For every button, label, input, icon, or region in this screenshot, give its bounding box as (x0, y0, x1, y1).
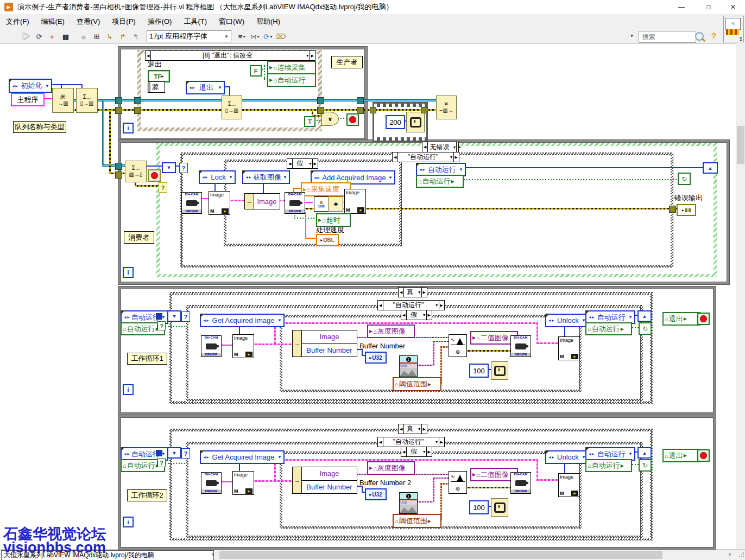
obtain-queue-node[interactable]: 米 →▥ (52, 88, 74, 113)
camera-driver-node[interactable]: DH-CAM DRIVER (201, 472, 222, 494)
property-node-continuous-acquire[interactable]: ▶⌂连续采集 (267, 61, 316, 74)
next-case-icon[interactable]: ▶ (426, 310, 432, 320)
vertical-scrollbar[interactable]: ∨ (736, 43, 745, 560)
case-selector-false[interactable]: ◀ 假 ▼ ▶ (401, 447, 432, 457)
enum-constant-init[interactable]: ◄► 初始化 ▼ (9, 79, 52, 93)
enum-constant-unlock[interactable]: ◄► Unlock ▼ (545, 450, 589, 464)
cast-image-node[interactable]: 1 Use (399, 492, 418, 514)
camera-driver-node[interactable]: DH-CAM DRIVER (181, 192, 202, 214)
loop-continue-terminal[interactable]: ↻ (639, 459, 652, 472)
case-selector-true[interactable]: ◀ 真 ▼ ▶ (398, 287, 427, 297)
scroll-right-arrow-icon[interactable]: › (729, 550, 731, 558)
shift-register-right[interactable]: ▲ (703, 162, 718, 174)
enqueue-node[interactable]: Σ... ▯→▥ (222, 96, 242, 119)
enum-constant-get-acquired-image[interactable]: ◄► Get Acquired Image ▼ (200, 450, 285, 464)
horizontal-scrollbar[interactable]: 大恒水星系列LabVIEW IMAQdx驱动.lvproj/我的电脑 ‹ › (0, 549, 745, 560)
image-element-box[interactable]: → Image (244, 193, 280, 209)
loop-continue-terminal[interactable]: ↻ (678, 173, 691, 185)
next-case-icon[interactable]: ▶ (439, 301, 444, 310)
previous-case-icon[interactable]: ◀ (399, 288, 404, 297)
shift-register-right[interactable]: ▲ (637, 447, 652, 459)
loop-condition-terminal[interactable] (697, 449, 710, 462)
error-out-indicator[interactable]: ▸ (677, 204, 696, 216)
next-case-icon[interactable]: ▶ (439, 437, 444, 447)
next-case-icon[interactable]: ▶ (312, 159, 318, 168)
previous-case-icon[interactable]: ◀ (287, 159, 293, 168)
free-label-queue-name-type[interactable]: 队列名称与类型 (13, 121, 66, 133)
wait-ms-node[interactable] (491, 361, 508, 380)
numeric-constant-200[interactable]: 200 (386, 115, 405, 129)
free-label-work-loop2[interactable]: 工作循环2 (127, 489, 167, 501)
iteration-terminal[interactable]: i (123, 123, 134, 133)
stop-status-node[interactable] (148, 169, 161, 182)
case-selector-terminal[interactable]: ? (181, 311, 190, 322)
dequeue-node[interactable]: Σ... ▥→▯ (125, 161, 147, 182)
loop-condition-terminal[interactable] (697, 313, 710, 325)
numeric-constant-100[interactable]: 100 (469, 364, 489, 378)
previous-case-icon[interactable]: ◀ (393, 152, 398, 162)
copy-image-node[interactable]: ◂▮▸ (328, 196, 343, 212)
true-constant[interactable]: T (304, 116, 315, 127)
property-node-acquire-speed[interactable]: ▶⌂采集速度 (301, 182, 351, 196)
unbundle-node[interactable]: → Image Buffer Number (292, 467, 357, 494)
enum-constant-unlock[interactable]: ◄► Unlock ▼ (545, 314, 589, 327)
previous-case-icon[interactable]: ◀ (399, 424, 404, 434)
image-manager-node[interactable]: Image M▶ (344, 189, 366, 214)
image-manager-node[interactable]: Image M▶ (232, 334, 254, 358)
image-manager-node[interactable]: Image M▶ (232, 471, 254, 495)
previous-case-icon[interactable]: ◀ (378, 437, 383, 447)
next-case-icon[interactable]: ▶ (421, 288, 427, 297)
boolean-terminal-tf[interactable]: TF▸ (148, 70, 170, 82)
property-node-threshold-range[interactable]: ⌂阈值范围▶ (393, 514, 441, 528)
threshold-node[interactable]: ∿ ⊛ (449, 471, 467, 494)
image-manager-node[interactable]: Image M▶ (558, 473, 580, 497)
case-selector-true[interactable]: ◀ 真 ▼ ▶ (398, 424, 427, 434)
free-label-consumer[interactable]: 消费者 (124, 231, 154, 244)
image-manager-node[interactable]: Image M▶ (209, 191, 230, 215)
property-node-auto-run[interactable]: ⌂自动运行▶ (585, 459, 632, 472)
camera-driver-node[interactable]: DH-CAM DRIVER (285, 192, 305, 214)
property-node-threshold-range[interactable]: ⌂阈值范围▶ (393, 377, 441, 391)
case-selector-false[interactable]: ◀ 假 ▼ ▶ (287, 158, 318, 169)
previous-case-icon[interactable]: ◀ (422, 142, 428, 152)
dbl-indicator[interactable]: ▸DBL (316, 234, 339, 246)
loop-continue-terminal[interactable]: ↻ (639, 322, 652, 335)
event-case-selector[interactable]: ◀ [8] "退出": 值改变 ▼ ▶ (145, 50, 315, 61)
case-selector-no-error[interactable]: ◀ 无错误 ▼ ▶ (422, 142, 459, 152)
numeric-constant-100[interactable]: 100 (469, 500, 489, 514)
property-node-auto-run[interactable]: ⌂自动运行▶ (416, 175, 464, 188)
u32-indicator[interactable]: ▸U32 (365, 352, 387, 364)
previous-case-icon[interactable]: ◀ (401, 447, 407, 456)
enum-constant-exit[interactable]: ◄► 退出 ▼ (186, 81, 225, 94)
wait-ms-node[interactable] (406, 112, 425, 132)
case-selector-terminal[interactable]: ? (179, 163, 188, 173)
threshold-node[interactable]: ∿ ⊛ (449, 334, 467, 357)
enqueue-node[interactable]: Σ... ▯→▥ (76, 88, 98, 113)
previous-case-icon[interactable]: ◀ (146, 51, 151, 60)
camera-driver-node[interactable]: DH-CAM DRIVER (510, 335, 531, 357)
shift-register-left[interactable]: ▼ (167, 310, 181, 322)
property-node-exit[interactable]: ⌂退出▶ (662, 449, 700, 462)
next-case-icon[interactable]: ▶ (310, 51, 315, 60)
enum-constant-lock[interactable]: ◄► Lock ▼ (199, 170, 236, 184)
search-collapse-icon[interactable]: ▸ (631, 33, 634, 38)
iteration-terminal[interactable]: i (123, 384, 134, 395)
loop-condition-terminal[interactable] (346, 113, 359, 126)
enum-constant-get-image[interactable]: ◄► 获取图像 ▼ (242, 170, 290, 184)
case-selector-auto-run[interactable]: ◀ "自动运行" ▼ ▶ (377, 300, 445, 310)
camera-driver-node[interactable]: DH-CAM DRIVER (201, 335, 222, 357)
release-queue-node[interactable]: ✕ −▥→ (436, 96, 457, 119)
iteration-terminal[interactable]: i (123, 517, 134, 527)
shift-register-left[interactable]: ▼ (162, 162, 176, 173)
free-label-producer[interactable]: 生产者 (331, 56, 363, 68)
false-constant[interactable]: F (250, 65, 262, 77)
property-node-exit[interactable]: ⌂退出▶ (662, 312, 700, 326)
buffer-number-node[interactable]: B U32 (314, 196, 329, 212)
property-node-gray-image[interactable]: ▶⌂灰度图像 (367, 461, 415, 475)
shift-register-left[interactable]: ▼ (167, 447, 181, 459)
string-constant-queue-name[interactable]: 主程序 (11, 93, 45, 106)
property-node-auto-run[interactable]: ▶⌂自动运行 (267, 73, 316, 87)
event-source-terminal[interactable]: 源 (148, 81, 165, 93)
cast-image-node[interactable]: 1 Use (399, 355, 418, 377)
previous-case-icon[interactable]: ◀ (378, 301, 383, 310)
